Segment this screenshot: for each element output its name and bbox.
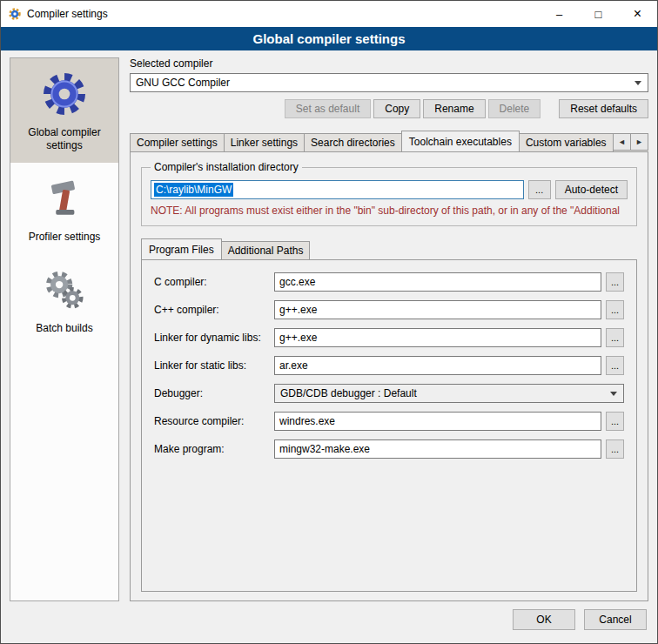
browse-button[interactable]: ...: [606, 272, 624, 292]
dynamic-linker-label: Linker for dynamic libs:: [154, 332, 274, 344]
browse-button[interactable]: ...: [606, 356, 624, 375]
debugger-value: GDB/CDB debugger : Default: [280, 387, 417, 399]
field-row-dynamic-linker: Linker for dynamic libs: ...: [154, 328, 624, 347]
set-as-default-button[interactable]: Set as default: [285, 99, 371, 118]
browse-directory-button[interactable]: ...: [528, 180, 551, 199]
scroll-right-icon[interactable]: ►: [630, 133, 648, 151]
selected-compiler-value: GNU GCC Compiler: [136, 77, 230, 89]
sidebar-item-label: Global compiler settings: [14, 126, 115, 152]
tab-toolchain-executables[interactable]: Toolchain executables: [401, 131, 520, 151]
installation-directory-input[interactable]: C:\raylib\MinGW: [151, 180, 524, 199]
subtab-program-files[interactable]: Program Files: [141, 238, 222, 259]
sidebar-item-batch-builds[interactable]: Batch builds: [10, 254, 118, 345]
debugger-select[interactable]: GDB/CDB debugger : Default: [274, 384, 624, 403]
browse-button[interactable]: ...: [606, 439, 624, 459]
installation-directory-row: C:\raylib\MinGW ... Auto-detect: [151, 180, 628, 199]
field-row-c-compiler: C compiler: ...: [154, 272, 624, 292]
chevron-down-icon: [610, 392, 617, 396]
dialog-header: Global compiler settings: [1, 27, 657, 50]
sidebar-item-global-compiler-settings[interactable]: Global compiler settings: [10, 58, 118, 163]
installation-directory-legend: Compiler's installation directory: [151, 161, 302, 173]
window-title: Compiler settings: [27, 8, 108, 20]
subtab-additional-paths[interactable]: Additional Paths: [221, 241, 311, 259]
directory-note: NOTE: All programs must exist either in …: [151, 205, 628, 217]
reset-defaults-button[interactable]: Reset defaults: [559, 99, 648, 118]
ok-button[interactable]: OK: [513, 609, 575, 630]
make-program-label: Make program:: [154, 443, 274, 455]
main-tabstrip: Compiler settings Linker settings Search…: [130, 131, 648, 151]
static-linker-input[interactable]: [274, 356, 601, 375]
dynamic-linker-input[interactable]: [274, 328, 601, 347]
installation-directory-group: Compiler's installation directory C:\ray…: [141, 161, 637, 226]
cpp-compiler-label: C++ compiler:: [154, 304, 274, 316]
installation-directory-value: C:\raylib\MinGW: [154, 183, 233, 197]
field-row-static-linker: Linker for static libs: ...: [154, 356, 624, 375]
make-program-input[interactable]: [274, 439, 601, 459]
dialog-body: Global compiler settings Profiler settin…: [1, 50, 657, 605]
tab-linker-settings[interactable]: Linker settings: [224, 133, 305, 151]
cpp-compiler-input[interactable]: [274, 300, 601, 319]
tab-custom-variables[interactable]: Custom variables: [519, 133, 614, 151]
delete-button[interactable]: Delete: [488, 99, 541, 118]
tab-scroll-arrows: ◄ ►: [613, 133, 648, 151]
selected-compiler-label: Selected compiler: [130, 57, 648, 70]
dialog-footer: OK Cancel: [1, 605, 657, 643]
field-row-cpp-compiler: C++ compiler: ...: [154, 300, 624, 319]
copy-button[interactable]: Copy: [373, 99, 420, 118]
sidebar-item-label: Batch builds: [14, 322, 115, 335]
app-icon: [8, 7, 22, 21]
field-row-debugger: Debugger: GDB/CDB debugger : Default: [154, 384, 624, 403]
compiler-button-row: Set as default Copy Rename Delete Reset …: [130, 99, 648, 118]
c-compiler-label: C compiler:: [154, 276, 274, 288]
scroll-left-icon[interactable]: ◄: [613, 133, 631, 151]
titlebar: Compiler settings – □ ×: [1, 1, 657, 27]
selected-compiler-combo[interactable]: GNU GCC Compiler: [130, 73, 648, 92]
minimize-button[interactable]: –: [540, 1, 579, 27]
static-linker-label: Linker for static libs:: [154, 359, 274, 372]
sidebar-item-profiler-settings[interactable]: Profiler settings: [10, 163, 118, 254]
field-row-make-program: Make program: ...: [154, 439, 624, 459]
main-panel: Selected compiler GNU GCC Compiler Set a…: [130, 57, 648, 601]
tab-search-directories[interactable]: Search directories: [304, 133, 402, 151]
tab-compiler-settings[interactable]: Compiler settings: [130, 133, 225, 151]
resource-compiler-label: Resource compiler:: [154, 415, 274, 427]
auto-detect-button[interactable]: Auto-detect: [555, 180, 628, 199]
maximize-button[interactable]: □: [579, 1, 618, 27]
toolchain-panel: Compiler's installation directory C:\ray…: [130, 151, 648, 601]
sidebar-item-label: Profiler settings: [14, 231, 115, 244]
cancel-button[interactable]: Cancel: [584, 609, 647, 630]
batch-builds-icon: [14, 263, 115, 317]
profiler-icon: [14, 171, 115, 225]
chevron-down-icon: [634, 81, 641, 85]
browse-button[interactable]: ...: [606, 412, 624, 431]
browse-button[interactable]: ...: [606, 300, 624, 319]
c-compiler-input[interactable]: [274, 272, 601, 292]
rename-button[interactable]: Rename: [423, 99, 485, 118]
debugger-label: Debugger:: [154, 387, 274, 399]
compiler-gear-icon: [14, 67, 115, 121]
program-files-tabstrip: Program Files Additional Paths: [141, 238, 637, 259]
program-files-panel: C compiler: ... C++ compiler: ... Linker…: [141, 259, 637, 592]
field-row-resource-compiler: Resource compiler: ...: [154, 412, 624, 431]
close-button[interactable]: ×: [618, 1, 657, 27]
sidebar: Global compiler settings Profiler settin…: [10, 57, 119, 601]
resource-compiler-input[interactable]: [274, 412, 601, 431]
compiler-settings-dialog: Compiler settings – □ × Global compiler …: [0, 0, 658, 644]
browse-button[interactable]: ...: [606, 328, 624, 347]
